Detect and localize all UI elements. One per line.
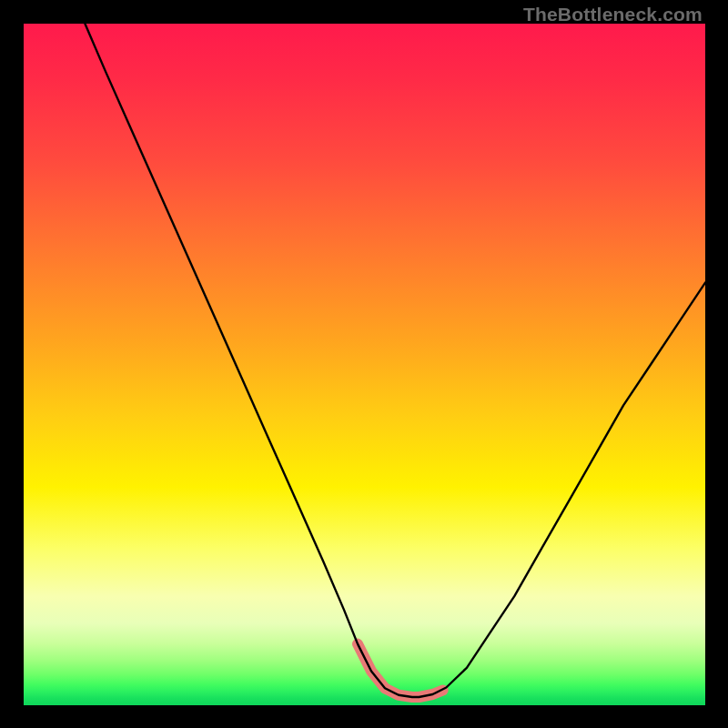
chart-frame: TheBottleneck.com	[0, 0, 728, 728]
curve-svg	[24, 24, 705, 705]
watermark-text: TheBottleneck.com	[523, 4, 703, 25]
plot-area	[24, 24, 705, 705]
bottleneck-curve	[85, 24, 705, 697]
